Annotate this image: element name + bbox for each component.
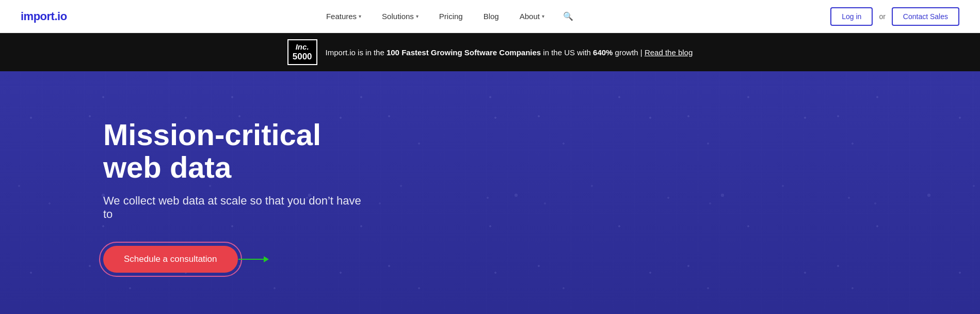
nav-pricing[interactable]: Pricing bbox=[431, 8, 471, 25]
cta-wrapper: Schedule a consultation bbox=[103, 246, 238, 273]
navbar: import.io Features ▾ Solutions ▾ Pricing… bbox=[0, 0, 980, 33]
nav-solutions[interactable]: Solutions ▾ bbox=[374, 8, 427, 25]
nav-about[interactable]: About ▾ bbox=[511, 8, 553, 25]
hero-title: Mission-critical web data bbox=[103, 118, 361, 184]
read-blog-link[interactable]: Read the blog bbox=[645, 48, 693, 57]
nav-actions: Log in or Contact Sales bbox=[830, 7, 959, 26]
login-button[interactable]: Log in bbox=[830, 7, 873, 26]
inc-top-text: Inc. bbox=[293, 42, 312, 52]
search-icon: 🔍 bbox=[563, 12, 573, 21]
hero-section: Mission-critical web data We collect web… bbox=[0, 71, 980, 314]
contact-sales-button[interactable]: Contact Sales bbox=[892, 7, 959, 26]
arrow-head-icon bbox=[264, 256, 269, 262]
search-button[interactable]: 🔍 bbox=[557, 7, 580, 25]
arrow-line bbox=[238, 259, 264, 260]
schedule-consultation-button[interactable]: Schedule a consultation bbox=[103, 246, 238, 273]
inc-badge: Inc. 5000 bbox=[287, 39, 317, 65]
banner-bold-companies: 100 Fastest Growing Software Companies bbox=[387, 48, 541, 57]
chevron-down-icon: ▾ bbox=[542, 13, 544, 19]
arrow-indicator bbox=[238, 256, 269, 262]
chevron-down-icon: ▾ bbox=[359, 13, 361, 19]
hero-subtitle: We collect web data at scale so that you… bbox=[103, 194, 361, 221]
or-separator: or bbox=[879, 12, 885, 21]
chevron-down-icon: ▾ bbox=[416, 13, 419, 19]
site-logo[interactable]: import.io bbox=[21, 10, 67, 23]
banner-message: Import.io is in the 100 Fastest Growing … bbox=[326, 48, 693, 57]
nav-features[interactable]: Features ▾ bbox=[318, 8, 369, 25]
banner-bold-growth: 640% bbox=[593, 48, 613, 57]
nav-blog[interactable]: Blog bbox=[475, 8, 507, 25]
nav-links: Features ▾ Solutions ▾ Pricing Blog Abou… bbox=[318, 7, 580, 25]
hero-content: Mission-critical web data We collect web… bbox=[0, 77, 464, 314]
inc-bottom-text: 5000 bbox=[293, 52, 312, 62]
announcement-banner: Inc. 5000 Import.io is in the 100 Fastes… bbox=[0, 33, 980, 71]
